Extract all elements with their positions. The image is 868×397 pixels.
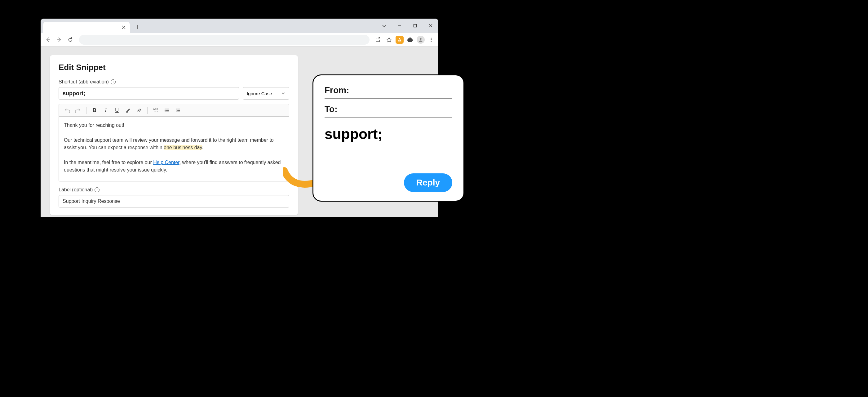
card-title: Edit Snippet	[59, 63, 289, 72]
editor-body[interactable]: Thank you for reaching out! Our technica…	[59, 116, 289, 181]
shortcut-label: Shortcut (abbreviation) i	[59, 79, 289, 85]
svg-point-2	[431, 37, 432, 38]
svg-point-7	[165, 111, 165, 112]
label-label: Label (optional) i	[59, 187, 289, 193]
case-select[interactable]: Ignore Case	[243, 87, 289, 99]
bullet-list-button[interactable]	[162, 106, 172, 115]
back-button[interactable]	[43, 35, 53, 45]
highlight-button[interactable]	[123, 106, 133, 115]
highlighted-text: one business day	[164, 145, 202, 150]
maximize-button[interactable]	[407, 20, 423, 31]
underline-button[interactable]: U	[112, 106, 122, 115]
reply-button[interactable]: Reply	[404, 173, 452, 192]
svg-point-6	[165, 110, 165, 111]
forward-button[interactable]	[54, 35, 64, 45]
svg-rect-0	[414, 25, 416, 27]
editor-toolbar: B I U ABC123 123	[59, 104, 289, 116]
browser-toolbar: A	[41, 33, 438, 47]
insert-variable-button[interactable]: ABC123	[151, 106, 161, 115]
bold-button[interactable]: B	[90, 106, 99, 115]
link-button[interactable]	[134, 106, 144, 115]
svg-point-3	[431, 39, 432, 40]
help-center-link[interactable]: Help Center	[153, 160, 180, 165]
editor-paragraph: Thank you for reaching out!	[64, 122, 284, 129]
browser-tab[interactable]	[43, 22, 130, 33]
close-window-button[interactable]	[423, 20, 438, 31]
label-input[interactable]	[59, 195, 289, 208]
redo-button[interactable]	[73, 106, 83, 115]
address-bar[interactable]	[79, 35, 370, 45]
svg-point-5	[165, 109, 165, 110]
close-tab-icon[interactable]	[121, 24, 127, 30]
svg-point-1	[420, 38, 422, 40]
bookmark-icon[interactable]	[384, 35, 394, 44]
chevron-down-icon	[281, 91, 285, 95]
extensions-icon[interactable]	[405, 35, 415, 44]
window-controls	[376, 19, 438, 33]
email-compose-text: support;	[324, 126, 452, 142]
info-icon[interactable]: i	[95, 187, 99, 192]
tab-bar	[41, 19, 438, 33]
chevron-down-icon[interactable]	[376, 20, 392, 31]
svg-text:3: 3	[176, 111, 177, 113]
email-from-field: From:	[324, 85, 452, 99]
new-tab-button[interactable]	[133, 22, 142, 32]
italic-button[interactable]: I	[101, 106, 111, 115]
reload-button[interactable]	[65, 35, 75, 45]
profile-button[interactable]	[416, 36, 425, 44]
snippet-editor-card: Edit Snippet Shortcut (abbreviation) i I…	[50, 55, 298, 215]
menu-icon[interactable]	[427, 35, 436, 44]
minimize-button[interactable]	[392, 20, 407, 31]
svg-point-4	[431, 41, 432, 41]
info-icon[interactable]: i	[111, 80, 116, 84]
undo-button[interactable]	[62, 106, 72, 115]
editor-paragraph: In the meantime, feel free to explore ou…	[64, 159, 284, 174]
email-preview-card: From: To: support; Reply	[312, 74, 464, 202]
email-to-field: To:	[324, 104, 452, 118]
extension-badge[interactable]: A	[396, 36, 404, 44]
share-icon[interactable]	[373, 35, 382, 44]
editor-paragraph: Our technical support team will review y…	[64, 136, 284, 151]
number-list-button[interactable]: 123	[173, 106, 183, 115]
shortcut-input[interactable]	[59, 87, 239, 99]
